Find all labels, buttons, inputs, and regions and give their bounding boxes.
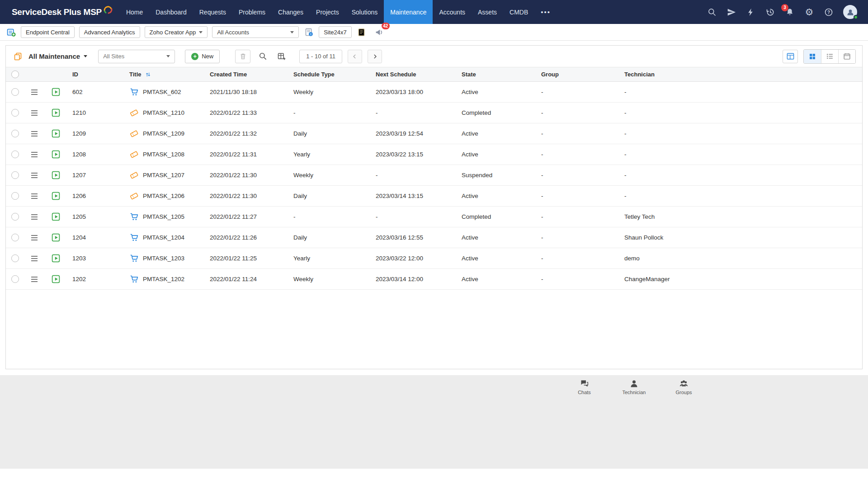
row-checkbox[interactable] bbox=[11, 151, 19, 158]
bell-icon[interactable]: 3 bbox=[785, 7, 795, 17]
sites-filter-dropdown[interactable]: All Sites bbox=[98, 50, 175, 63]
row-checkbox[interactable] bbox=[11, 254, 19, 262]
search-icon[interactable] bbox=[707, 7, 717, 17]
col-state[interactable]: State bbox=[456, 71, 536, 78]
settings-gear-icon[interactable]: ⚙ bbox=[804, 7, 814, 17]
row-checkbox[interactable] bbox=[11, 171, 19, 179]
task-title-link[interactable]: PMTASK_1207 bbox=[143, 172, 184, 179]
nav-item-assets[interactable]: Assets bbox=[472, 0, 503, 24]
row-menu-icon[interactable] bbox=[31, 89, 38, 95]
row-menu-icon[interactable] bbox=[31, 214, 38, 220]
grid-view-button[interactable] bbox=[804, 50, 821, 63]
row-menu-icon[interactable] bbox=[31, 131, 38, 136]
task-title-link[interactable]: PMTASK_1204 bbox=[143, 234, 184, 241]
col-schedule-type[interactable]: Schedule Type bbox=[288, 71, 370, 78]
col-group[interactable]: Group bbox=[536, 71, 619, 78]
table-row[interactable]: 1206 PMTASK_1206 2022/01/22 11:30 Daily … bbox=[6, 186, 862, 207]
footer-chats[interactable]: Chats bbox=[570, 379, 599, 395]
task-title-link[interactable]: PMTASK_1203 bbox=[143, 255, 184, 262]
nav-item-cmdb[interactable]: CMDB bbox=[503, 0, 534, 24]
row-menu-icon[interactable] bbox=[31, 110, 38, 116]
brand-logo[interactable]: ServiceDesk Plus MSP bbox=[0, 0, 120, 24]
row-checkbox[interactable] bbox=[11, 213, 19, 221]
calendar-view-button[interactable] bbox=[838, 50, 855, 63]
history-icon[interactable] bbox=[765, 7, 775, 17]
nav-item-projects[interactable]: Projects bbox=[310, 0, 345, 24]
run-task-icon[interactable] bbox=[51, 233, 61, 242]
task-title-link[interactable]: PMTASK_1208 bbox=[143, 151, 184, 158]
row-checkbox[interactable] bbox=[11, 109, 19, 117]
run-task-icon[interactable] bbox=[51, 170, 61, 180]
view-selector[interactable]: All Maintenance bbox=[28, 52, 87, 60]
table-row[interactable]: 1203 PMTASK_1203 2022/01/22 11:25 Yearly… bbox=[6, 248, 862, 269]
table-row[interactable]: 1207 PMTASK_1207 2022/01/22 11:30 Weekly… bbox=[6, 165, 862, 186]
run-task-icon[interactable] bbox=[51, 274, 61, 284]
row-menu-icon[interactable] bbox=[31, 256, 38, 261]
row-menu-icon[interactable] bbox=[31, 152, 38, 157]
user-avatar[interactable] bbox=[843, 5, 857, 19]
col-technician[interactable]: Technician bbox=[619, 71, 862, 78]
accounts-dropdown[interactable]: All Accounts bbox=[212, 26, 299, 38]
table-row[interactable]: 1205 PMTASK_1205 2022/01/22 11:27 - - Co… bbox=[6, 207, 862, 227]
row-checkbox[interactable] bbox=[11, 130, 19, 137]
list-view-button[interactable] bbox=[821, 50, 838, 63]
apps-icon[interactable] bbox=[5, 27, 16, 38]
table-row[interactable]: 602 PMTASK_602 2021/11/30 18:18 Weekly 2… bbox=[6, 82, 862, 103]
new-task-button[interactable]: + New bbox=[185, 50, 220, 63]
advanced-analytics-button[interactable]: Advanced Analytics bbox=[79, 26, 140, 38]
task-title-link[interactable]: PMTASK_1205 bbox=[143, 213, 184, 220]
row-menu-icon[interactable] bbox=[31, 173, 38, 178]
task-title-link[interactable]: PMTASK_1206 bbox=[143, 193, 184, 199]
nav-item-solutions[interactable]: Solutions bbox=[345, 0, 384, 24]
table-row[interactable]: 1210 PMTASK_1210 2022/01/22 11:33 - - Co… bbox=[6, 103, 862, 123]
col-next-schedule[interactable]: Next Schedule bbox=[370, 71, 456, 78]
row-menu-icon[interactable] bbox=[31, 277, 38, 282]
run-task-icon[interactable] bbox=[51, 129, 61, 138]
table-row[interactable]: 1204 PMTASK_1204 2022/01/22 11:26 Daily … bbox=[6, 227, 862, 248]
table-settings-icon[interactable] bbox=[783, 50, 798, 63]
nav-item-requests[interactable]: Requests bbox=[193, 0, 232, 24]
col-title[interactable]: Title bbox=[124, 71, 204, 78]
row-menu-icon[interactable] bbox=[31, 193, 38, 199]
col-id[interactable]: ID bbox=[67, 71, 124, 78]
next-page-button[interactable] bbox=[368, 50, 382, 63]
run-task-icon[interactable] bbox=[51, 87, 61, 97]
task-title-link[interactable]: PMTASK_602 bbox=[143, 89, 181, 95]
zoho-creator-app-button[interactable]: Zoho Creator App bbox=[145, 26, 208, 38]
nav-item-maintenance[interactable]: Maintenance bbox=[384, 0, 433, 24]
site24x7-button[interactable]: Site24x7 bbox=[319, 26, 352, 38]
prev-page-button[interactable] bbox=[348, 50, 362, 63]
footer-technician[interactable]: Technician bbox=[619, 379, 649, 395]
run-task-icon[interactable] bbox=[51, 191, 61, 201]
task-title-link[interactable]: PMTASK_1202 bbox=[143, 276, 184, 282]
footer-groups[interactable]: Groups bbox=[669, 379, 698, 395]
nav-item-dashboard[interactable]: Dashboard bbox=[149, 0, 193, 24]
notes-icon[interactable] bbox=[356, 27, 367, 38]
row-checkbox[interactable] bbox=[11, 275, 19, 283]
table-row[interactable]: 1202 PMTASK_1202 2022/01/22 11:24 Weekly… bbox=[6, 269, 862, 290]
paper-plane-icon[interactable] bbox=[726, 7, 736, 17]
list-search-icon[interactable] bbox=[256, 50, 269, 63]
run-task-icon[interactable] bbox=[51, 254, 61, 263]
run-task-icon[interactable] bbox=[51, 108, 61, 118]
announcements-icon[interactable]: 42 bbox=[374, 27, 385, 38]
table-row[interactable]: 1208 PMTASK_1208 2022/01/22 11:31 Yearly… bbox=[6, 144, 862, 165]
nav-item-accounts[interactable]: Accounts bbox=[433, 0, 472, 24]
nav-item-changes[interactable]: Changes bbox=[272, 0, 310, 24]
task-title-link[interactable]: PMTASK_1210 bbox=[143, 109, 184, 116]
select-all-checkbox[interactable] bbox=[11, 71, 19, 78]
row-checkbox[interactable] bbox=[11, 88, 19, 96]
table-row[interactable]: 1209 PMTASK_1209 2022/01/22 11:32 Daily … bbox=[6, 123, 862, 144]
account-info-icon[interactable]: i bbox=[303, 27, 314, 38]
nav-item-home[interactable]: Home bbox=[120, 0, 149, 24]
row-checkbox[interactable] bbox=[11, 192, 19, 200]
endpoint-central-button[interactable]: Endpoint Central bbox=[21, 26, 75, 38]
nav-item-problems[interactable]: Problems bbox=[232, 0, 272, 24]
delete-button[interactable] bbox=[235, 50, 250, 63]
run-task-icon[interactable] bbox=[51, 212, 61, 221]
help-icon[interactable]: ? bbox=[824, 7, 834, 17]
run-task-icon[interactable] bbox=[51, 150, 61, 159]
row-checkbox[interactable] bbox=[11, 234, 19, 241]
task-title-link[interactable]: PMTASK_1209 bbox=[143, 130, 184, 137]
row-menu-icon[interactable] bbox=[31, 235, 38, 240]
